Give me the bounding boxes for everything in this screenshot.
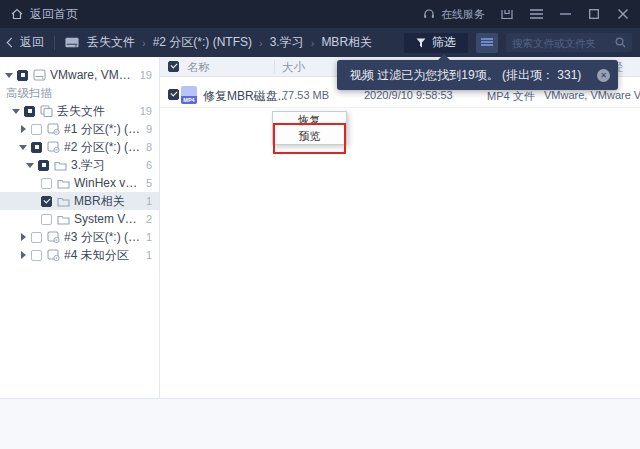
chevron-right-icon[interactable] [19,233,27,241]
breadcrumb-item[interactable]: 3.学习 [270,34,304,51]
feedback-icon[interactable] [500,7,514,21]
back-button[interactable]: 返回 [8,34,44,51]
tree-item-count: 1 [146,249,159,261]
back-icon [7,38,17,48]
tree-item-lost-files[interactable]: 丢失文件 19 [0,102,159,120]
tree-item-partition-2[interactable]: #2 分区(*:) (NTFS) 8 [0,138,159,156]
breadcrumb-separator: › [311,37,315,49]
column-divider [274,60,275,73]
partition-icon [46,141,60,153]
online-service-label: 在线服务 [441,7,485,22]
tree-item-vmware-disk[interactable]: VMware, VMware V... 19 [0,66,159,84]
tree-item-folder-study[interactable]: 3.学习 6 [0,156,159,174]
breadcrumb-item[interactable]: 丢失文件 [87,34,135,51]
breadcrumb-separator: › [259,37,263,49]
tree-item-count: 6 [146,159,159,171]
tree-item-label: #2 分区(*:) (NTFS) [64,139,142,156]
title-bar: 返回首页 在线服务 [0,0,640,28]
partition-icon [46,123,60,135]
tooltip-close-icon[interactable]: ✕ [597,69,610,82]
tree-item-label: #3 分区(*:) (NTFS) [64,229,142,246]
chevron-down-icon[interactable] [26,163,34,168]
status-bar: 高级扫描完成 找到： 350个文件 (547.31 MB) 恢复 已勾选： 1 … [0,398,640,449]
back-home-label: 返回首页 [30,6,78,23]
back-label: 返回 [20,34,44,51]
tree-item-count: 19 [140,105,159,117]
online-service-button[interactable]: 在线服务 [422,7,485,22]
checkbox-indeterminate[interactable] [38,160,49,171]
tree-item-folder-sysvol[interactable]: System Volume In... 2 [0,210,159,228]
chevron-right-icon[interactable] [19,251,27,259]
file-type: MP4 文件 [487,89,535,104]
column-header-name[interactable]: 名称 [187,60,210,75]
tree-item-count: 2 [146,213,159,225]
navigation-toolbar: 返回 丢失文件 › #2 分区(*:) (NTFS) › 3.学习 › MBR相… [0,28,640,57]
chevron-right-icon[interactable] [19,125,27,133]
filter-label: 筛选 [432,34,456,51]
filter-icon [416,38,426,48]
tree-item-count: 8 [146,141,159,153]
tree-item-count: 19 [140,69,159,81]
chevron-down-icon[interactable] [19,145,27,150]
minimize-button[interactable] [558,7,572,21]
maximize-button[interactable] [587,7,601,21]
lost-files-icon [39,105,53,117]
filter-result-tooltip: 视频 过滤已为您找到19项。 (排出项： 331) ✕ [337,60,618,90]
tree-item-partition-1[interactable]: #1 分区(*:) (NTFS) 9 [0,120,159,138]
tree-item-count: 1 [146,231,159,243]
tree-item-partition-3[interactable]: #3 分区(*:) (NTFS) 1 [0,228,159,246]
list-view-toggle[interactable] [476,33,498,53]
mp4-badge: MP4 [181,96,197,104]
file-size: 77.53 MB [282,89,329,101]
chevron-down-icon[interactable] [12,109,20,114]
checkbox-unchecked[interactable] [31,250,42,261]
annotation-highlight-box [273,123,346,154]
row-checkbox-checked[interactable] [168,89,179,100]
tree-item-label: 3.学习 [71,157,105,174]
tree-item-partition-4-unknown[interactable]: #4 未知分区 1 [0,246,159,264]
checkbox-indeterminate[interactable] [24,106,35,117]
search-input[interactable] [512,37,615,49]
folder-icon [53,160,67,171]
checkbox-unchecked[interactable] [41,214,52,225]
tree-item-folder-mbr[interactable]: MBR相关 1 [0,192,159,210]
back-home-button[interactable]: 返回首页 [10,6,78,23]
breadcrumb-separator: › [142,37,146,49]
checkbox-indeterminate[interactable] [31,142,42,153]
file-name: 修复MBR磁盘... [203,88,288,105]
chevron-down-icon[interactable] [5,73,13,78]
mp4-file-icon: MP4 [181,86,197,104]
filter-button[interactable]: 筛选 [404,33,468,53]
tree-item-count: 5 [146,177,159,189]
checkbox-indeterminate[interactable] [17,70,28,81]
search-icon[interactable] [615,37,626,48]
tree-item-count: 1 [146,195,159,207]
select-all-checkbox[interactable] [168,61,179,72]
menu-icon[interactable] [529,7,543,21]
filter-result-text: 视频 过滤已为您找到19项。 (排出项： 331) [350,67,581,84]
file-date: 2020/9/10 9:58:53 [364,89,453,101]
tree-item-label: WinHex v19.7 [74,176,142,190]
partition-icon [46,231,60,243]
close-button[interactable] [616,7,630,21]
checkbox-checked[interactable] [41,196,52,207]
tree-item-folder-winhex[interactable]: WinHex v19.7 5 [0,174,159,192]
folder-icon [56,214,70,225]
folder-icon [56,178,70,189]
breadcrumb: 丢失文件 › #2 分区(*:) (NTFS) › 3.学习 › MBR相关 [87,34,372,51]
checkbox-unchecked[interactable] [31,232,42,243]
home-icon [10,7,24,21]
breadcrumb-item[interactable]: MBR相关 [321,34,372,51]
breadcrumb-item[interactable]: #2 分区(*:) (NTFS) [153,34,252,51]
checkbox-unchecked[interactable] [31,124,42,135]
tree-item-count: 9 [146,123,159,135]
column-header-size[interactable]: 大小 [282,60,305,75]
checkbox-unchecked[interactable] [41,178,52,189]
partition-unknown-icon [46,249,60,261]
tree-item-label: #4 未知分区 [64,247,129,264]
folder-icon [56,196,70,207]
tree-item-label: 丢失文件 [57,103,105,120]
file-list: 名称 大小 路径 MP4 修复MBR磁盘... 77.53 MB 2020/9/… [160,57,640,398]
list-view-icon [481,38,493,48]
sidebar-tree: VMware, VMware V... 19 高级扫描 丢失文件 19 #1 分… [0,57,160,398]
